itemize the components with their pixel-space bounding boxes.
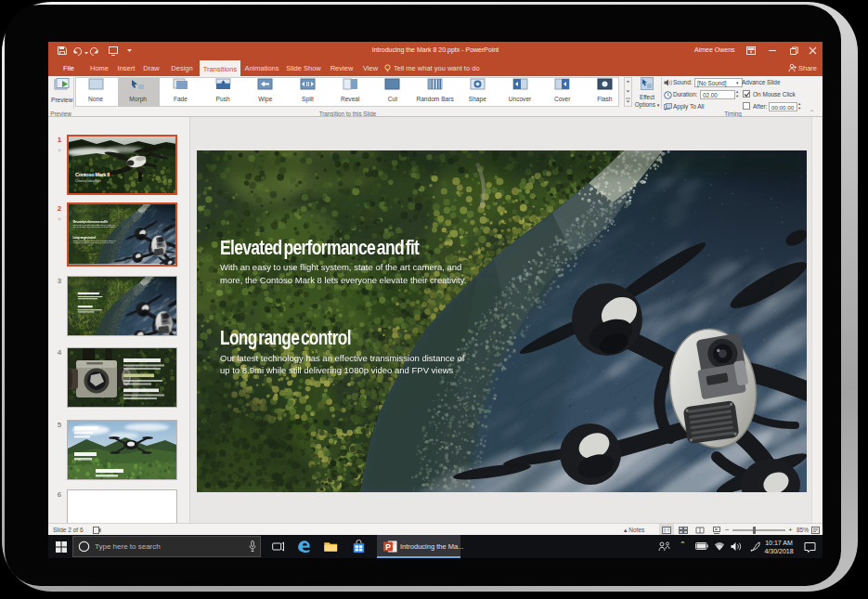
svg-text:P: P (385, 542, 391, 552)
svg-text:Contoso Mark 8: Contoso Mark 8 (75, 172, 110, 177)
svg-text:Creativity takes flight: Creativity takes flight (75, 179, 101, 183)
